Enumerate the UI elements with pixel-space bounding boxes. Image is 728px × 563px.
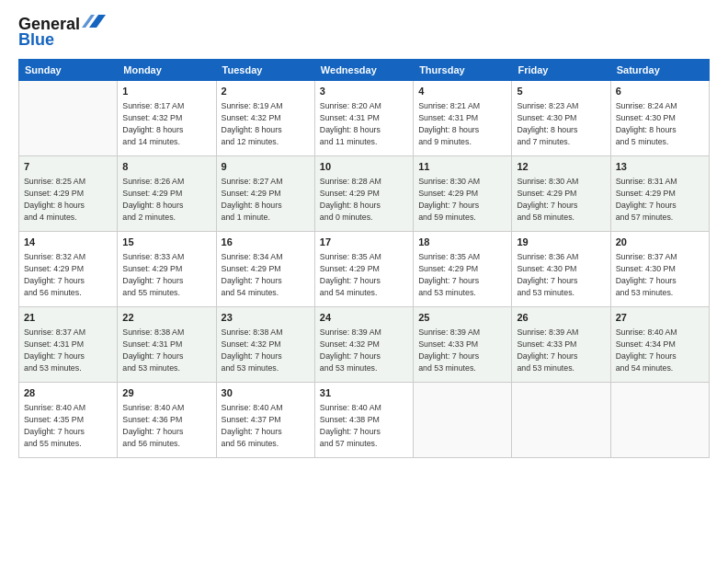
calendar-cell xyxy=(414,383,512,458)
col-header-friday: Friday xyxy=(512,60,610,81)
day-number: 27 xyxy=(616,311,704,325)
col-header-saturday: Saturday xyxy=(610,60,709,81)
calendar-cell: 19Sunrise: 8:36 AM Sunset: 4:30 PM Dayli… xyxy=(512,232,610,307)
day-info: Sunrise: 8:21 AM Sunset: 4:31 PM Dayligh… xyxy=(418,100,506,147)
calendar-cell: 14Sunrise: 8:32 AM Sunset: 4:29 PM Dayli… xyxy=(19,232,118,307)
day-number: 24 xyxy=(320,311,408,325)
day-number: 8 xyxy=(122,160,210,174)
day-number: 19 xyxy=(517,236,605,249)
calendar-cell: 3Sunrise: 8:20 AM Sunset: 4:31 PM Daylig… xyxy=(314,81,413,156)
page: General Blue SundayMondayTuesdayWednesda… xyxy=(0,0,728,563)
calendar-cell: 22Sunrise: 8:38 AM Sunset: 4:31 PM Dayli… xyxy=(118,307,216,383)
day-number: 22 xyxy=(122,311,210,325)
day-number: 14 xyxy=(24,236,112,249)
calendar-cell: 17Sunrise: 8:35 AM Sunset: 4:29 PM Dayli… xyxy=(314,232,413,307)
calendar-cell: 13Sunrise: 8:31 AM Sunset: 4:29 PM Dayli… xyxy=(610,156,709,232)
calendar-cell: 24Sunrise: 8:39 AM Sunset: 4:32 PM Dayli… xyxy=(314,307,413,383)
day-info: Sunrise: 8:20 AM Sunset: 4:31 PM Dayligh… xyxy=(320,100,408,147)
day-info: Sunrise: 8:40 AM Sunset: 4:38 PM Dayligh… xyxy=(320,402,408,449)
calendar-cell xyxy=(512,383,610,458)
calendar-cell: 18Sunrise: 8:35 AM Sunset: 4:29 PM Dayli… xyxy=(414,232,512,307)
calendar-cell: 2Sunrise: 8:19 AM Sunset: 4:32 PM Daylig… xyxy=(216,81,314,156)
day-number: 1 xyxy=(122,85,210,98)
calendar-cell: 28Sunrise: 8:40 AM Sunset: 4:35 PM Dayli… xyxy=(19,383,118,458)
day-info: Sunrise: 8:37 AM Sunset: 4:30 PM Dayligh… xyxy=(616,251,704,298)
logo: General Blue xyxy=(18,15,106,50)
calendar-cell: 27Sunrise: 8:40 AM Sunset: 4:34 PM Dayli… xyxy=(610,307,709,383)
day-info: Sunrise: 8:23 AM Sunset: 4:30 PM Dayligh… xyxy=(517,100,605,147)
day-number: 23 xyxy=(222,311,310,325)
day-info: Sunrise: 8:37 AM Sunset: 4:31 PM Dayligh… xyxy=(24,327,112,373)
calendar-cell: 10Sunrise: 8:28 AM Sunset: 4:29 PM Dayli… xyxy=(314,156,413,232)
calendar-cell: 26Sunrise: 8:39 AM Sunset: 4:33 PM Dayli… xyxy=(512,307,610,383)
day-info: Sunrise: 8:25 AM Sunset: 4:29 PM Dayligh… xyxy=(24,176,112,223)
day-info: Sunrise: 8:28 AM Sunset: 4:29 PM Dayligh… xyxy=(320,176,408,223)
calendar-cell: 20Sunrise: 8:37 AM Sunset: 4:30 PM Dayli… xyxy=(610,232,709,307)
day-info: Sunrise: 8:30 AM Sunset: 4:29 PM Dayligh… xyxy=(418,176,506,223)
col-header-monday: Monday xyxy=(118,60,216,81)
calendar-cell: 15Sunrise: 8:33 AM Sunset: 4:29 PM Dayli… xyxy=(118,232,216,307)
day-number: 4 xyxy=(418,85,506,98)
day-info: Sunrise: 8:26 AM Sunset: 4:29 PM Dayligh… xyxy=(122,176,210,223)
day-info: Sunrise: 8:35 AM Sunset: 4:29 PM Dayligh… xyxy=(320,251,408,298)
day-number: 31 xyxy=(320,386,408,400)
day-info: Sunrise: 8:19 AM Sunset: 4:32 PM Dayligh… xyxy=(222,100,310,147)
calendar-week-row: 21Sunrise: 8:37 AM Sunset: 4:31 PM Dayli… xyxy=(19,307,710,383)
calendar-cell: 12Sunrise: 8:30 AM Sunset: 4:29 PM Dayli… xyxy=(512,156,610,232)
day-number: 11 xyxy=(418,160,506,174)
day-number: 7 xyxy=(24,160,112,174)
day-number: 25 xyxy=(418,311,506,325)
day-info: Sunrise: 8:30 AM Sunset: 4:29 PM Dayligh… xyxy=(517,176,605,223)
header: General Blue xyxy=(18,15,710,50)
calendar-cell: 7Sunrise: 8:25 AM Sunset: 4:29 PM Daylig… xyxy=(19,156,118,232)
calendar-week-row: 7Sunrise: 8:25 AM Sunset: 4:29 PM Daylig… xyxy=(19,156,710,232)
calendar-cell: 25Sunrise: 8:39 AM Sunset: 4:33 PM Dayli… xyxy=(414,307,512,383)
day-number: 29 xyxy=(122,386,210,400)
day-number: 13 xyxy=(616,160,704,174)
calendar-cell: 16Sunrise: 8:34 AM Sunset: 4:29 PM Dayli… xyxy=(216,232,314,307)
calendar-cell: 9Sunrise: 8:27 AM Sunset: 4:29 PM Daylig… xyxy=(216,156,314,232)
day-number: 15 xyxy=(122,236,210,249)
day-number: 20 xyxy=(616,236,704,249)
calendar-header-row: SundayMondayTuesdayWednesdayThursdayFrid… xyxy=(19,60,710,81)
day-info: Sunrise: 8:17 AM Sunset: 4:32 PM Dayligh… xyxy=(122,100,210,147)
calendar-cell: 4Sunrise: 8:21 AM Sunset: 4:31 PM Daylig… xyxy=(414,81,512,156)
calendar-cell xyxy=(610,383,709,458)
col-header-wednesday: Wednesday xyxy=(314,60,413,81)
calendar-cell: 23Sunrise: 8:38 AM Sunset: 4:32 PM Dayli… xyxy=(216,307,314,383)
calendar-cell: 5Sunrise: 8:23 AM Sunset: 4:30 PM Daylig… xyxy=(512,81,610,156)
calendar-cell: 11Sunrise: 8:30 AM Sunset: 4:29 PM Dayli… xyxy=(414,156,512,232)
calendar-week-row: 28Sunrise: 8:40 AM Sunset: 4:35 PM Dayli… xyxy=(19,383,710,458)
day-info: Sunrise: 8:40 AM Sunset: 4:34 PM Dayligh… xyxy=(616,327,704,373)
day-number: 26 xyxy=(517,311,605,325)
day-number: 10 xyxy=(320,160,408,174)
day-info: Sunrise: 8:36 AM Sunset: 4:30 PM Dayligh… xyxy=(517,251,605,298)
calendar-cell: 29Sunrise: 8:40 AM Sunset: 4:36 PM Dayli… xyxy=(118,383,216,458)
day-info: Sunrise: 8:39 AM Sunset: 4:32 PM Dayligh… xyxy=(320,327,408,373)
calendar-week-row: 1Sunrise: 8:17 AM Sunset: 4:32 PM Daylig… xyxy=(19,81,710,156)
calendar-week-row: 14Sunrise: 8:32 AM Sunset: 4:29 PM Dayli… xyxy=(19,232,710,307)
day-info: Sunrise: 8:34 AM Sunset: 4:29 PM Dayligh… xyxy=(222,251,310,298)
calendar-table: SundayMondayTuesdayWednesdayThursdayFrid… xyxy=(18,59,710,458)
day-info: Sunrise: 8:38 AM Sunset: 4:31 PM Dayligh… xyxy=(122,327,210,373)
day-info: Sunrise: 8:27 AM Sunset: 4:29 PM Dayligh… xyxy=(222,176,310,223)
logo-blue: Blue xyxy=(18,30,54,50)
day-number: 2 xyxy=(222,85,310,98)
day-info: Sunrise: 8:35 AM Sunset: 4:29 PM Dayligh… xyxy=(418,251,506,298)
day-info: Sunrise: 8:40 AM Sunset: 4:37 PM Dayligh… xyxy=(222,402,310,449)
col-header-tuesday: Tuesday xyxy=(216,60,314,81)
day-number: 6 xyxy=(616,85,704,98)
calendar-cell: 6Sunrise: 8:24 AM Sunset: 4:30 PM Daylig… xyxy=(610,81,709,156)
day-info: Sunrise: 8:39 AM Sunset: 4:33 PM Dayligh… xyxy=(517,327,605,373)
day-info: Sunrise: 8:39 AM Sunset: 4:33 PM Dayligh… xyxy=(418,327,506,373)
calendar-cell: 21Sunrise: 8:37 AM Sunset: 4:31 PM Dayli… xyxy=(19,307,118,383)
day-number: 16 xyxy=(222,236,310,249)
day-number: 9 xyxy=(222,160,310,174)
day-info: Sunrise: 8:31 AM Sunset: 4:29 PM Dayligh… xyxy=(616,176,704,223)
calendar-cell: 1Sunrise: 8:17 AM Sunset: 4:32 PM Daylig… xyxy=(118,81,216,156)
day-number: 18 xyxy=(418,236,506,249)
day-number: 5 xyxy=(517,85,605,98)
day-info: Sunrise: 8:38 AM Sunset: 4:32 PM Dayligh… xyxy=(222,327,310,373)
day-number: 28 xyxy=(24,386,112,400)
day-number: 21 xyxy=(24,311,112,325)
